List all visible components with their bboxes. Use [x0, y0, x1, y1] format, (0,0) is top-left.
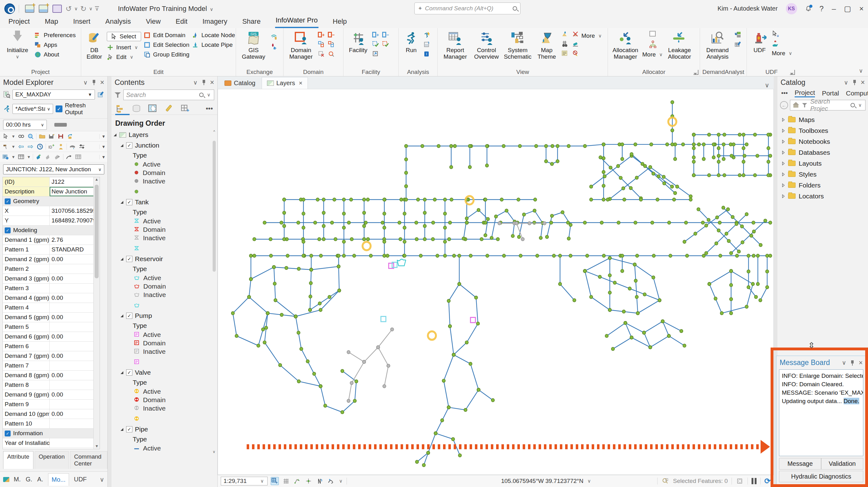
sketch-icon[interactable]: +	[293, 477, 301, 485]
dock-tab[interactable]: A.	[37, 476, 43, 483]
catalog-tree-item[interactable]: Styles	[779, 169, 866, 180]
expander-icon[interactable]	[782, 172, 785, 176]
layer-tree-row[interactable]: Type	[113, 264, 217, 273]
close-icon[interactable]: ×	[859, 359, 863, 367]
search-chevron-icon[interactable]: ∨	[858, 102, 862, 108]
facility-add-icon[interactable]: +	[372, 31, 379, 38]
tab-list-chevron-icon[interactable]: ∨	[765, 82, 769, 89]
table-row[interactable]: ✓Demand 3 (gpm) 0.00	[3, 274, 94, 284]
catalog-more-icon[interactable]: •••	[781, 90, 788, 97]
close-button[interactable]: ×	[859, 4, 864, 13]
ribbon-tab[interactable]: Edit	[175, 18, 188, 28]
catalog-search-input[interactable]: Search Projec ∨	[790, 100, 866, 110]
layer-tree-row[interactable]: Domain	[113, 282, 217, 290]
ribbon-tab[interactable]: Analysis	[104, 18, 131, 28]
layer-checkbox[interactable]: ✓	[126, 369, 132, 376]
filter-funnel-icon[interactable]	[802, 103, 807, 108]
domain-clear-icon[interactable]	[318, 51, 325, 57]
report-view-icon[interactable]	[2, 153, 9, 161]
report-manager-button[interactable]: Report Manager	[441, 30, 470, 60]
path-icon[interactable]	[327, 477, 335, 485]
facility-verify-icon[interactable]	[382, 41, 389, 48]
table-row[interactable]: ✓Y 1684892.709079102	[3, 216, 94, 226]
table-row[interactable]: ✓Pattern 6	[3, 342, 94, 351]
ribbon-tab[interactable]: Imagery	[202, 18, 228, 28]
message-log[interactable]: INFO: Enlarge Domain: Selected EleINFO: …	[779, 369, 863, 456]
table-row[interactable]: ✓Demand 1 (gpm) 2.76	[3, 235, 94, 245]
table-row[interactable]: ✓Pattern 7	[3, 361, 94, 370]
scenario-edit-icon[interactable]	[97, 91, 104, 98]
account-name[interactable]: Kim - Autodesk Water	[717, 5, 778, 12]
demand-edit-table-icon[interactable]	[734, 41, 741, 48]
panel-menu-chevron-icon[interactable]: ∨	[193, 79, 198, 86]
layer-tree-row[interactable]: Type	[113, 378, 217, 387]
contents-scrollbar[interactable]: ^∨	[212, 129, 217, 454]
layer-tree-row[interactable]	[113, 244, 217, 254]
view-grid-binoculars-icon[interactable]	[561, 40, 568, 47]
panel-menu-chevron-icon[interactable]: ∨	[844, 79, 848, 86]
exchange-drop-icon[interactable]	[270, 43, 277, 50]
status-tools-chevron-icon[interactable]: ∨	[339, 478, 343, 484]
dock-tab[interactable]: G.	[26, 476, 32, 483]
avatar[interactable]: KS	[786, 3, 797, 14]
dock-overflow-chevron-icon[interactable]: ∨	[100, 476, 104, 483]
catalog-tree-item[interactable]: Folders	[779, 180, 866, 191]
allocator-more-button[interactable]: More∨	[642, 51, 663, 58]
sim-mode-dropdown[interactable]: *Active*:Sta∨	[12, 104, 53, 114]
preferences-button[interactable]: Preferences	[34, 32, 75, 39]
scale-dropdown[interactable]: 1:29,731∨	[221, 477, 268, 485]
tab-catalog-view[interactable]: Catalog	[219, 77, 260, 89]
table-row[interactable]: ✓Demand 4 (gpm) 0.00	[3, 293, 94, 303]
table-row[interactable]: ✓Pattern 8	[3, 380, 94, 390]
catalog-tab[interactable]: Portal	[822, 90, 839, 97]
view-droplet-map-icon[interactable]	[561, 31, 568, 37]
layer-tree-row[interactable]: Inactive	[113, 177, 217, 185]
command-search-input[interactable]: ✦ Command Search (Alt+Q)	[414, 2, 521, 14]
domain-add-icon[interactable]: +	[318, 31, 325, 38]
demand-analysis-button[interactable]: Demand Analysis	[703, 30, 732, 60]
undo-button[interactable]: ↺	[66, 5, 72, 13]
coordinates-readout[interactable]: 105.0675945°W 39.7123772°N∨	[501, 478, 592, 485]
contents-search-input[interactable]: Search ∨	[123, 90, 214, 100]
run-button[interactable]: Run	[402, 30, 421, 53]
table-row[interactable]: ✓Information	[3, 429, 94, 438]
demand-import-icon[interactable]	[734, 31, 741, 38]
layer-tree-row[interactable]: Active	[113, 217, 217, 225]
ribbon-tab[interactable]: View	[145, 18, 161, 28]
back-icon[interactable]: ←	[780, 101, 788, 109]
layer-tree-row[interactable]: ✓Junction	[113, 140, 217, 151]
home-icon[interactable]	[793, 103, 799, 108]
initialize-button[interactable]: Initialize∨	[3, 30, 32, 60]
forward-arrow-icon[interactable]: ⇨	[27, 143, 34, 150]
system-schematic-button[interactable]: System Schematic	[503, 30, 532, 60]
message-board-tab[interactable]: Message	[779, 458, 821, 469]
domain-manager-button[interactable]: Domain Manager	[287, 30, 315, 60]
layer-tree-row[interactable]: Type	[113, 321, 217, 330]
view-remove-map-icon[interactable]	[572, 31, 579, 37]
allocation-manager-button[interactable]: Allocation Manager	[611, 30, 640, 60]
search-chevron-icon[interactable]: ∨	[207, 92, 211, 98]
contents-more-icon[interactable]: •••	[206, 104, 213, 112]
table-row[interactable]: ✓Pattern 2	[3, 264, 94, 274]
redo-button[interactable]: ↻	[80, 5, 87, 13]
person-icon[interactable]	[57, 143, 65, 150]
select-button[interactable]: Select	[107, 32, 141, 41]
pin-icon[interactable]	[850, 360, 854, 366]
pan-add-icon[interactable]: +	[35, 153, 42, 161]
expander-icon[interactable]	[782, 151, 785, 155]
link-icon[interactable]	[18, 133, 25, 140]
domain-swap-orange-icon[interactable]	[328, 41, 335, 48]
layer-tree-row[interactable]: Active	[113, 387, 217, 396]
dock-tab[interactable]: Mo...	[48, 473, 69, 486]
apps-button[interactable]: Apps	[34, 41, 75, 48]
ribbon-tab[interactable]: InfoWater Pro	[275, 16, 318, 28]
mx-tab[interactable]: Attribute	[3, 451, 33, 469]
north-arrow-icon[interactable]	[316, 477, 324, 485]
layer-checkbox[interactable]: ✓	[126, 142, 132, 149]
about-button[interactable]: About	[34, 51, 75, 58]
layer-tree-row[interactable]: PInactive	[113, 347, 217, 356]
edit-selection-button[interactable]: Edit Selection	[144, 41, 189, 48]
ribbon-tab[interactable]: Help	[332, 18, 347, 28]
run-batch-icon[interactable]	[423, 31, 430, 38]
catalog-tree-item[interactable]: Toolboxes	[779, 125, 866, 136]
